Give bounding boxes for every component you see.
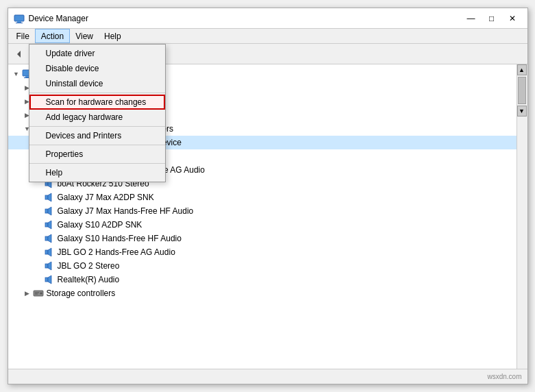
svg-rect-0 [14,15,24,21]
galaxy-j7-a2dp-expand-icon [33,192,44,203]
svg-rect-36 [45,236,48,241]
menu-scan-hardware[interactable]: Scan for hardware changes [29,95,165,110]
svg-rect-32 [45,209,48,213]
status-bar: wsxdn.com [8,369,527,384]
menu-update-driver[interactable]: Update driver [29,46,165,61]
svg-marker-31 [48,193,51,201]
scroll-up-button[interactable]: ▲ [517,64,527,75]
galaxy-s10-a2dp-icon [44,219,55,230]
menu-devices-printers[interactable]: Devices and Printers [29,128,165,143]
galaxy-s10-a2dp-expand-icon [33,219,44,230]
tree-item-jbl-go2-stereo[interactable]: JBL GO 2 Stereo [8,259,517,273]
svg-rect-38 [45,250,48,254]
svg-marker-37 [48,234,51,243]
toolbar-back-button[interactable] [11,46,27,62]
galaxy-s10-hf-icon [44,233,55,244]
realtek-expand-icon [33,274,44,285]
tree-item-galaxy-s10-a2dp[interactable]: Galaxy S10 A2DP SNK [8,218,517,232]
window-title: Device Manager [29,14,88,23]
app-icon [14,13,25,24]
menu-bar: File Action View Help Update driver Disa… [8,29,527,44]
galaxy-s10-a2dp-label: Galaxy S10 A2DP SNK [58,220,142,230]
title-bar: Device Manager — □ ✕ [8,8,527,29]
tree-item-realtek[interactable]: Realtek(R) Audio [8,273,517,286]
galaxy-j7-a2dp-icon [44,192,55,203]
svg-rect-34 [45,223,48,227]
storage-controllers-label: Storage controllers [47,289,116,298]
svg-rect-30 [45,195,48,199]
menu-file[interactable]: File [11,29,35,43]
menu-action[interactable]: Action [35,29,70,43]
svg-rect-40 [45,264,48,268]
scroll-thumb[interactable] [518,77,526,104]
menu-help-item[interactable]: Help [29,165,165,180]
svg-rect-42 [45,278,48,282]
menu-uninstall-device[interactable]: Uninstall device [29,76,165,91]
root-expand-icon: ▼ [11,69,22,79]
scroll-down-button[interactable]: ▼ [517,106,527,117]
separator-1 [29,93,165,93]
svg-marker-3 [17,51,21,58]
jbl-go2-stereo-label: JBL GO 2 Stereo [58,261,120,271]
storage-expand-icon: ▶ [22,288,33,299]
galaxy-s10-hf-label: Galaxy S10 Hands-Free HF Audio [58,234,182,243]
tree-item-galaxy-s10-hf[interactable]: Galaxy S10 Hands-Free HF Audio [8,232,517,245]
action-dropdown-menu: Update driver Disable device Uninstall d… [29,44,166,182]
tree-item-galaxy-j7-a2dp[interactable]: Galaxy J7 Max A2DP SNK [8,191,517,204]
svg-marker-35 [48,221,51,229]
svg-marker-43 [48,275,51,284]
maximize-button[interactable]: □ [482,12,501,25]
watermark: wsxdn.com [487,373,521,380]
storage-icon [33,288,44,299]
separator-4 [29,163,165,164]
tree-item-storage-controllers[interactable]: ▶ Storage controllers [8,286,517,300]
back-icon [14,49,25,60]
tree-item-galaxy-j7-hf[interactable]: Galaxy J7 Max Hands-Free HF Audio [8,204,517,218]
tree-item-jbl-go2-hf[interactable]: JBL GO 2 Hands-Free AG Audio [8,245,517,259]
galaxy-s10-hf-expand-icon [33,233,44,244]
realtek-label: Realtek(R) Audio [58,275,120,284]
galaxy-j7-a2dp-label: Galaxy J7 Max A2DP SNK [58,193,154,202]
svg-point-45 [40,293,42,295]
separator-2 [29,126,165,127]
device-manager-window: Device Manager — □ ✕ File Action View He… [8,8,528,384]
menu-disable-device[interactable]: Disable device [29,61,165,76]
menu-view[interactable]: View [70,29,99,43]
jbl-go2-hf-label: JBL GO 2 Hands-Free AG Audio [58,247,175,257]
galaxy-j7-hf-icon [44,206,55,217]
title-bar-left: Device Manager [14,13,88,24]
menu-properties[interactable]: Properties [29,147,165,162]
separator-3 [29,145,165,145]
jbl-go2-stereo-expand-icon [33,260,44,271]
svg-rect-1 [17,21,21,23]
galaxy-j7-hf-label: Galaxy J7 Max Hands-Free HF Audio [58,206,194,216]
jbl-go2-hf-icon [44,247,55,258]
scroll-track[interactable] [517,77,527,104]
minimize-button[interactable]: — [462,12,481,25]
close-button[interactable]: ✕ [503,12,522,25]
jbl-go2-stereo-icon [44,260,55,271]
menu-add-legacy[interactable]: Add legacy hardware [29,110,165,125]
menu-help[interactable]: Help [99,29,127,43]
window-controls: — □ ✕ [462,12,522,25]
svg-rect-2 [16,23,23,23]
svg-marker-39 [48,248,51,256]
svg-marker-33 [48,207,51,215]
jbl-go2-hf-expand-icon [33,247,44,258]
realtek-icon [44,274,55,285]
scrollbar-right[interactable]: ▲ ▼ [517,64,527,369]
svg-marker-41 [48,262,51,270]
galaxy-j7-hf-expand-icon [33,206,44,217]
